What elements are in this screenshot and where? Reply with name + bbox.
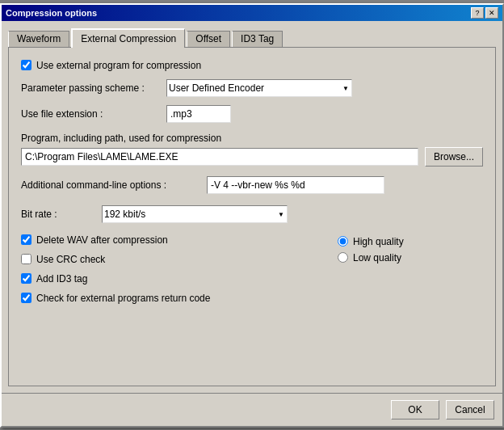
cancel-button[interactable]: Cancel xyxy=(446,400,494,419)
parameter-scheme-label: Parameter passing scheme : xyxy=(21,82,166,94)
check-return-checkbox[interactable] xyxy=(21,293,32,303)
use-external-row: Use external program for compression xyxy=(21,60,483,71)
low-quality-radio[interactable] xyxy=(338,252,348,263)
use-crc-checkbox[interactable] xyxy=(21,254,32,264)
add-id3-row: Add ID3 tag xyxy=(21,273,338,285)
program-path-row: Browse... xyxy=(21,147,483,167)
dialog-title: Compression options xyxy=(6,8,97,18)
bit-rate-row: Bit rate : 64 kbit/s 128 kbit/s 192 kbit… xyxy=(21,205,483,223)
tab-external-compression[interactable]: External Compression xyxy=(71,28,185,48)
use-crc-label: Use CRC check xyxy=(36,254,105,265)
check-return-label: Check for external programs return code xyxy=(36,293,210,304)
high-quality-row: High quality xyxy=(338,236,483,247)
tab-id3-tag[interactable]: ID3 Tag xyxy=(232,31,283,47)
file-extension-label: Use file extension : xyxy=(21,108,166,120)
parameter-scheme-select[interactable]: User Defined Encoder Lame MP3 Encoder xyxy=(166,79,352,97)
file-extension-row: Use file extension : xyxy=(21,105,483,123)
low-quality-row: Low quality xyxy=(338,252,483,263)
delete-wav-label: Delete WAV after compression xyxy=(36,234,168,246)
add-id3-checkbox[interactable] xyxy=(21,273,32,284)
browse-button[interactable]: Browse... xyxy=(425,147,483,167)
ok-button[interactable]: OK xyxy=(391,400,439,419)
tab-bar: Waveform External Compression Offset ID3… xyxy=(8,27,496,47)
bit-rate-label: Bit rate : xyxy=(21,209,102,220)
help-button[interactable]: ? xyxy=(471,7,484,19)
additional-options-label: Additional command-line options : xyxy=(21,179,207,191)
bottom-button-bar: OK Cancel xyxy=(2,393,502,426)
additional-options-row: Additional command-line options : xyxy=(21,176,483,194)
parameter-scheme-row: Parameter passing scheme : User Defined … xyxy=(21,79,483,97)
bit-rate-select[interactable]: 64 kbit/s 128 kbit/s 192 kbit/s 256 kbit… xyxy=(102,205,288,223)
add-id3-label: Add ID3 tag xyxy=(36,273,87,285)
close-button[interactable]: ✕ xyxy=(485,7,498,19)
dialog-body: Waveform External Compression Offset ID3… xyxy=(2,21,502,393)
parameter-scheme-select-wrapper: User Defined Encoder Lame MP3 Encoder xyxy=(166,79,352,97)
radio-column: High quality Low quality xyxy=(338,234,483,312)
tab-waveform[interactable]: Waveform xyxy=(8,31,69,47)
checkboxes-column: Delete WAV after compression Use CRC che… xyxy=(21,234,338,312)
use-external-label: Use external program for compression xyxy=(36,60,201,71)
additional-options-input[interactable] xyxy=(207,176,384,194)
high-quality-radio[interactable] xyxy=(338,236,348,247)
tab-content-external-compression: Use external program for compression Par… xyxy=(8,47,496,386)
lower-options-section: Delete WAV after compression Use CRC che… xyxy=(21,234,483,312)
compression-options-dialog: Compression options ? ✕ Waveform Externa… xyxy=(0,3,504,428)
delete-wav-checkbox[interactable] xyxy=(21,234,32,245)
program-path-input[interactable] xyxy=(21,148,418,166)
high-quality-label: High quality xyxy=(353,236,404,247)
use-crc-row: Use CRC check xyxy=(21,254,338,265)
program-path-label: Program, including path, used for compre… xyxy=(21,133,483,144)
delete-wav-row: Delete WAV after compression xyxy=(21,234,338,246)
title-bar-controls: ? ✕ xyxy=(471,7,498,19)
bit-rate-select-wrapper: 64 kbit/s 128 kbit/s 192 kbit/s 256 kbit… xyxy=(102,205,288,223)
check-return-row: Check for external programs return code xyxy=(21,293,338,304)
title-bar: Compression options ? ✕ xyxy=(2,5,502,21)
file-extension-input[interactable] xyxy=(166,105,231,123)
tab-offset[interactable]: Offset xyxy=(187,31,230,47)
use-external-checkbox[interactable] xyxy=(21,60,32,70)
low-quality-label: Low quality xyxy=(353,252,401,263)
